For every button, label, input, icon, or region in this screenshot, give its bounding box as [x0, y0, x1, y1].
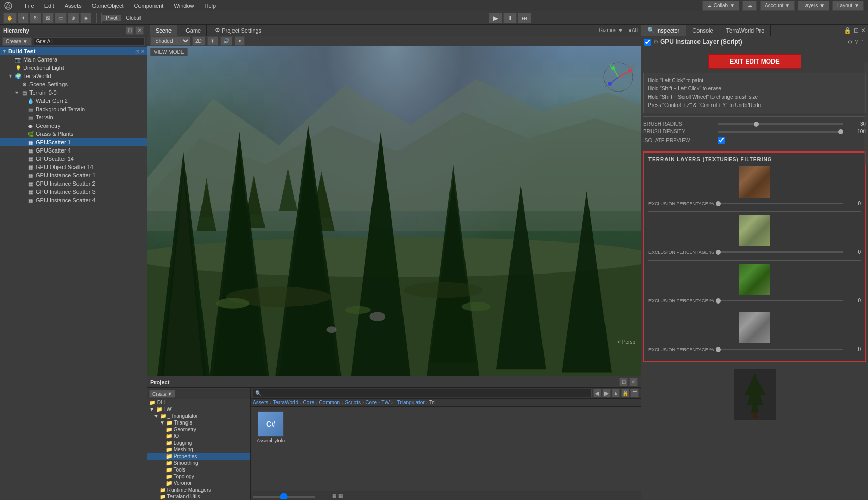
- project-size-slider[interactable]: [253, 496, 315, 498]
- exclusion-slider-2[interactable]: [716, 251, 843, 253]
- collab-button[interactable]: ☁ Collab ▼: [702, 1, 739, 11]
- console-tab[interactable]: Console: [686, 25, 720, 36]
- project-tree-geometry[interactable]: 📁 Geometry: [147, 426, 250, 433]
- exclusion-slider-1[interactable]: [716, 203, 843, 204]
- hierarchy-item-terraworld[interactable]: ▼ 🌍 TerraWorld: [0, 72, 147, 80]
- exclusion-slider-3[interactable]: [716, 300, 843, 301]
- project-tree-logging[interactable]: 📁 Logging: [147, 440, 250, 446]
- layout-button[interactable]: Layout ▼: [832, 1, 864, 11]
- project-tree-dll[interactable]: 📁 DLL: [147, 399, 250, 406]
- component-settings-icon[interactable]: ⚙: [848, 39, 853, 45]
- project-tree-smoothing[interactable]: 📁 Smoothing: [147, 460, 250, 466]
- hierarchy-item-background-terrain[interactable]: ▤ Background Terrain: [0, 105, 147, 113]
- move-tool-button[interactable]: ✦: [18, 13, 29, 23]
- component-enabled-checkbox[interactable]: [644, 39, 651, 46]
- step-button[interactable]: ⏭: [518, 13, 531, 23]
- project-tree-terraland[interactable]: 📁 Terraland.Utils: [147, 493, 250, 500]
- brush-density-slider[interactable]: [718, 131, 843, 133]
- hierarchy-item-scene-settings[interactable]: ⚙ Scene Settings: [0, 80, 147, 88]
- hierarchy-item-terrain-0-0[interactable]: ▼ ▤ Terrain 0-0: [0, 88, 147, 97]
- menu-gameobject[interactable]: GameObject: [90, 2, 126, 10]
- breadcrumb-scripts[interactable]: Scripts: [345, 400, 361, 405]
- menu-assets[interactable]: Assets: [63, 2, 84, 10]
- project-tree-voronoi[interactable]: 📁 Voronoi: [147, 480, 250, 487]
- hierarchy-item-geometry[interactable]: ◆ Geometry: [0, 122, 147, 130]
- transform-tool-button[interactable]: ⊕: [68, 13, 79, 23]
- hierarchy-item-main-camera[interactable]: 📷 Main Camera: [0, 55, 147, 64]
- project-tree-meshing[interactable]: 📁 Meshing: [147, 446, 250, 453]
- view-mode-button[interactable]: VIEW MODE: [150, 48, 188, 56]
- rect-tool-button[interactable]: ▭: [55, 13, 67, 23]
- hierarchy-item-water-gen[interactable]: 💧 Water Gen 2: [0, 97, 147, 105]
- project-settings-tab[interactable]: ⚙ Project Settings: [210, 25, 267, 36]
- menu-component[interactable]: Component: [132, 2, 165, 10]
- hierarchy-item-gpu-inst-scatter-4[interactable]: ▦ GPU Instance Scatter 4: [0, 196, 147, 204]
- scene-tab[interactable]: Scene: [150, 25, 177, 36]
- 2d-button[interactable]: 2D: [192, 36, 205, 46]
- global-button[interactable]: Global: [121, 15, 145, 21]
- hierarchy-item-directional-light[interactable]: 💡 Directional Light: [0, 64, 147, 72]
- project-tree-triangulator[interactable]: ▼ 📁 _Triangulator: [147, 413, 250, 419]
- project-create-button[interactable]: Create ▼: [149, 390, 175, 398]
- breadcrumb-triangulator[interactable]: _Triangulator: [394, 400, 425, 405]
- project-lock[interactable]: 🔒: [621, 389, 629, 397]
- layers-button[interactable]: Layers ▼: [798, 1, 829, 11]
- breadcrumb-common[interactable]: Common: [319, 400, 340, 405]
- pause-button[interactable]: ⏸: [503, 13, 517, 23]
- gizmos-label[interactable]: Gizmos ▼: [599, 27, 623, 33]
- breadcrumb-core2[interactable]: Core: [365, 400, 377, 405]
- component-menu-icon[interactable]: ⋮: [860, 39, 865, 45]
- hierarchy-panel-icon-2[interactable]: ✕: [135, 26, 144, 35]
- hierarchy-item-gpuscatter-4[interactable]: ▦ GPUScatter 4: [0, 146, 147, 155]
- exclusion-slider-4[interactable]: [716, 349, 843, 350]
- inspector-lock-icon[interactable]: 🔒: [844, 27, 851, 34]
- lighting-toggle[interactable]: ☀: [207, 36, 218, 46]
- breadcrumb-tw[interactable]: TW: [381, 400, 390, 405]
- scale-tool-button[interactable]: ⊠: [42, 13, 54, 23]
- hierarchy-panel-icon-1[interactable]: ⊡: [126, 26, 134, 35]
- project-tree-io[interactable]: 📁 IO: [147, 433, 250, 440]
- hierarchy-item-terrain[interactable]: ▤ Terrain: [0, 113, 147, 122]
- project-nav-back[interactable]: ◀: [593, 389, 601, 397]
- hierarchy-item-grass[interactable]: 🌿 Grass & Plants: [0, 130, 147, 138]
- hierarchy-search-input[interactable]: [34, 37, 145, 46]
- project-icon-2[interactable]: ✕: [629, 378, 638, 386]
- hierarchy-item-gpuscatter-14[interactable]: ▦ GPUScatter 14: [0, 155, 147, 163]
- project-tree-tools[interactable]: 📁 Tools: [147, 466, 250, 473]
- inspector-more-icon[interactable]: ⊡: [854, 27, 859, 34]
- project-icon-1[interactable]: ⊡: [619, 378, 628, 386]
- hierarchy-item-gpu-obj-scatter-14[interactable]: ▦ GPU Object Scatter 14: [0, 163, 147, 171]
- project-tree-properties[interactable]: 📁 Properties: [147, 453, 250, 460]
- menu-window[interactable]: Window: [172, 2, 196, 10]
- effects-toggle[interactable]: ✦: [235, 36, 245, 46]
- exit-edit-mode-button[interactable]: EXIT EDIT MODE: [708, 54, 801, 69]
- terraworld-pro-tab[interactable]: TerraWorld Pro: [720, 25, 771, 36]
- pivot-button[interactable]: Pivot: [102, 15, 121, 21]
- project-search-input[interactable]: [253, 389, 592, 397]
- hierarchy-item-gpu-inst-scatter-1[interactable]: ▦ GPU Instance Scatter 1: [0, 171, 147, 179]
- custom-tool-button[interactable]: ◈: [80, 13, 91, 23]
- hand-tool-button[interactable]: ✋: [3, 13, 17, 23]
- hierarchy-scrollbar[interactable]: [864, 62, 868, 165]
- rotate-tool-button[interactable]: ↻: [30, 13, 41, 23]
- hierarchy-item-gpuscatter-1[interactable]: ▦ GPUScatter 1: [0, 138, 147, 146]
- component-info-icon[interactable]: ?: [855, 39, 858, 45]
- menu-file[interactable]: File: [23, 2, 36, 10]
- play-button[interactable]: ▶: [489, 13, 502, 23]
- hierarchy-create-button[interactable]: Create ▼: [2, 37, 32, 46]
- brush-radius-slider[interactable]: [718, 123, 843, 125]
- project-tree-topology[interactable]: 📁 Topology: [147, 473, 250, 480]
- project-more[interactable]: ☰: [630, 389, 639, 397]
- account-button[interactable]: Account ▼: [760, 1, 795, 11]
- breadcrumb-terraworld[interactable]: TerraWorld: [273, 400, 298, 405]
- game-tab[interactable]: Game: [180, 25, 207, 36]
- breadcrumb-assets[interactable]: Assets: [253, 400, 268, 405]
- inspector-tab[interactable]: 🔍 Inspector: [641, 25, 686, 36]
- menu-help[interactable]: Help: [202, 2, 218, 10]
- project-tree-tw[interactable]: ▼ 📁 TW: [147, 406, 250, 413]
- cloud-button[interactable]: ☁: [742, 1, 757, 11]
- inspector-close-icon[interactable]: ✕: [861, 27, 866, 34]
- hierarchy-item-gpu-inst-scatter-3[interactable]: ▦ GPU Instance Scatter 3: [0, 188, 147, 196]
- menu-edit[interactable]: Edit: [42, 2, 56, 10]
- project-tree-triangle[interactable]: ▼ 📁 Triangle: [147, 419, 250, 426]
